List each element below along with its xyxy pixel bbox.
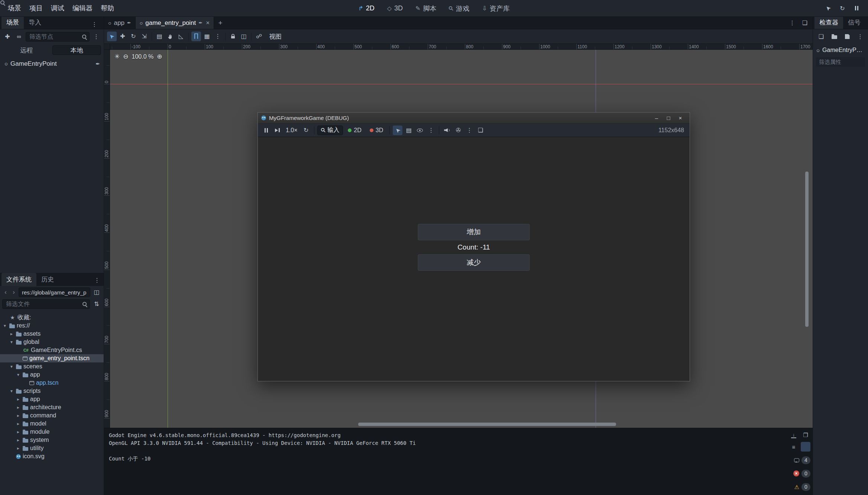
- file-row-res---[interactable]: ▾res://: [0, 322, 104, 330]
- menu-help[interactable]: 帮助: [97, 2, 118, 14]
- file-row-assets[interactable]: ▸assets: [0, 330, 104, 338]
- move-tool-button[interactable]: ✚: [118, 32, 127, 41]
- horizontal-ruler[interactable]: -100010020030040050060070080090010001100…: [110, 44, 813, 50]
- restart-button[interactable]: ↻: [301, 126, 311, 135]
- rotate-tool-button[interactable]: ↻: [129, 32, 138, 41]
- pick-node-button[interactable]: ➤: [823, 3, 833, 13]
- tree-closed-arrow-icon[interactable]: ▸: [16, 429, 21, 434]
- viewport-canvas[interactable]: -100010020030040050060070080090010001100…: [104, 44, 813, 428]
- workspace-2d-button[interactable]: ↱ 2D: [354, 3, 379, 14]
- restart-game-button[interactable]: ↻: [838, 3, 847, 13]
- menu-project[interactable]: 项目: [25, 2, 47, 14]
- scene-tab-app[interactable]: ○ app ✒: [104, 17, 136, 29]
- filter-nodes-input[interactable]: [26, 32, 90, 42]
- message-count-badge[interactable]: 4: [794, 455, 810, 465]
- new-resource-button[interactable]: ❏: [816, 32, 826, 42]
- file-row-command[interactable]: ▸command: [0, 411, 104, 420]
- tree-open-arrow-icon[interactable]: ▾: [9, 364, 14, 369]
- inspected-node-row[interactable]: ○ GameEntryPoint: [813, 44, 868, 56]
- scene-dock-menu-button[interactable]: ⋮: [90, 19, 99, 29]
- scene-tabs-menu-button[interactable]: ⋮: [787, 18, 797, 28]
- mute-audio-button[interactable]: [442, 126, 452, 135]
- embed-fullscreen-button[interactable]: ❏: [476, 126, 485, 135]
- filter-files-input[interactable]: [2, 299, 90, 309]
- group-node-button[interactable]: ◫: [239, 32, 249, 41]
- file-row-module[interactable]: ▸module: [0, 428, 104, 436]
- ruler-tool-button[interactable]: ◺: [176, 32, 186, 41]
- pick-2d-button[interactable]: 2D: [344, 126, 365, 135]
- file-row-app[interactable]: ▸app: [0, 395, 104, 403]
- output-log[interactable]: Godot Engine v4.6.stable.mono.official.8…: [104, 428, 786, 495]
- load-resource-button[interactable]: [829, 32, 839, 42]
- file-row-architecture[interactable]: ▸architecture: [0, 403, 104, 411]
- instance-scene-button[interactable]: ∞: [14, 32, 24, 42]
- add-node-button[interactable]: ✚: [3, 32, 12, 42]
- zoom-level-label[interactable]: 100.0 %: [132, 53, 154, 60]
- tree-closed-arrow-icon[interactable]: ▸: [16, 446, 21, 451]
- decrease-button[interactable]: 减少: [418, 254, 530, 271]
- split-dock-button[interactable]: ◫: [92, 287, 101, 297]
- copy-log-button[interactable]: ❐: [801, 430, 810, 440]
- tab-import-dock[interactable]: 导入: [24, 16, 46, 29]
- menu-editor[interactable]: 编辑器: [68, 2, 97, 14]
- attached-script-icon[interactable]: ✒: [95, 61, 100, 67]
- next-frame-button[interactable]: [272, 126, 282, 135]
- expand-viewport-button[interactable]: ❏: [800, 18, 810, 28]
- maximize-button[interactable]: □: [663, 113, 674, 124]
- increase-button[interactable]: 增加: [418, 224, 530, 240]
- filesystem-menu-button[interactable]: ⋮: [94, 277, 102, 286]
- tree-closed-arrow-icon[interactable]: ▸: [16, 421, 21, 426]
- view-menu-button[interactable]: 视图: [265, 31, 286, 42]
- menu-debug[interactable]: 调试: [47, 2, 68, 14]
- tree-open-arrow-icon[interactable]: ▾: [16, 372, 21, 377]
- file-row-system[interactable]: ▸system: [0, 436, 104, 444]
- tree-closed-arrow-icon[interactable]: ▸: [9, 331, 14, 336]
- zoom-out-button[interactable]: ⊖: [123, 53, 128, 61]
- new-scene-tab-button[interactable]: +: [214, 17, 227, 29]
- tree-open-arrow-icon[interactable]: ▾: [9, 388, 14, 394]
- remote-tab-button[interactable]: 远程: [3, 45, 51, 55]
- workspace-game-button[interactable]: ⚲ 游戏: [445, 2, 474, 15]
- nav-back-button[interactable]: ‹: [2, 287, 9, 297]
- pause-game-button[interactable]: [852, 3, 861, 13]
- selection-options-button[interactable]: ⋮: [426, 126, 436, 135]
- tab-history[interactable]: 历史: [36, 273, 59, 286]
- menu-scene[interactable]: 场景: [4, 2, 25, 14]
- workspace-3d-button[interactable]: 3D ◇ 3D: [383, 3, 407, 14]
- toggle-visibility-button[interactable]: [415, 126, 425, 135]
- file-row-gameentrypoint.cs[interactable]: C#GameEntryPoint.cs: [0, 346, 104, 354]
- tree-closed-arrow-icon[interactable]: ▸: [16, 437, 21, 443]
- select-tool-button[interactable]: ➤: [107, 32, 117, 41]
- scene-tab-game-entry-point[interactable]: ○ game_entry_point ✒ ×: [136, 17, 214, 29]
- sort-files-button[interactable]: ⇅: [92, 299, 101, 309]
- nav-forward-button[interactable]: ›: [10, 287, 17, 297]
- tree-closed-arrow-icon[interactable]: ▸: [16, 413, 21, 418]
- file-row-scripts[interactable]: ▾scripts: [0, 387, 104, 395]
- scale-tool-button[interactable]: ⇲: [139, 32, 149, 41]
- selection-list-button[interactable]: ▤: [404, 126, 414, 135]
- game-viewport[interactable]: 增加 Count: -11 减少: [258, 137, 690, 381]
- local-tab-button[interactable]: 本地: [52, 45, 101, 55]
- list-select-button[interactable]: ▤: [155, 32, 164, 41]
- filter-properties-input[interactable]: 筛选属性: [816, 57, 865, 67]
- lock-node-button[interactable]: [228, 32, 238, 41]
- scene-tree-options-button[interactable]: ⋮: [91, 32, 101, 42]
- vertical-ruler[interactable]: 0100200300400500600700800900: [104, 50, 110, 428]
- tab-filesystem[interactable]: 文件系统: [1, 273, 36, 286]
- grid-snap-button[interactable]: ▦: [202, 32, 212, 41]
- error-count-badge[interactable]: × 0: [793, 469, 810, 478]
- suspend-button[interactable]: [261, 126, 271, 135]
- file-row-game-entry-point.tscn[interactable]: game_entry_point.tscn: [0, 354, 104, 362]
- collapse-duplicates-button[interactable]: ≡: [789, 442, 799, 452]
- close-window-button[interactable]: ×: [674, 113, 686, 124]
- tab-signals[interactable]: 信号: [843, 16, 865, 29]
- pick-3d-button[interactable]: 3D: [366, 126, 386, 135]
- zoom-reset-icon[interactable]: ✳: [114, 53, 120, 61]
- file-row-global[interactable]: ▾global: [0, 338, 104, 346]
- tree-open-arrow-icon[interactable]: ▾: [2, 323, 7, 328]
- tab-scene-dock[interactable]: 场景: [1, 16, 24, 29]
- script-icon[interactable]: ✒: [198, 20, 203, 26]
- pan-tool-button[interactable]: [165, 32, 175, 41]
- input-mode-button[interactable]: ⚲ 输入: [317, 126, 343, 135]
- skeleton-options-button[interactable]: ☍: [254, 32, 264, 41]
